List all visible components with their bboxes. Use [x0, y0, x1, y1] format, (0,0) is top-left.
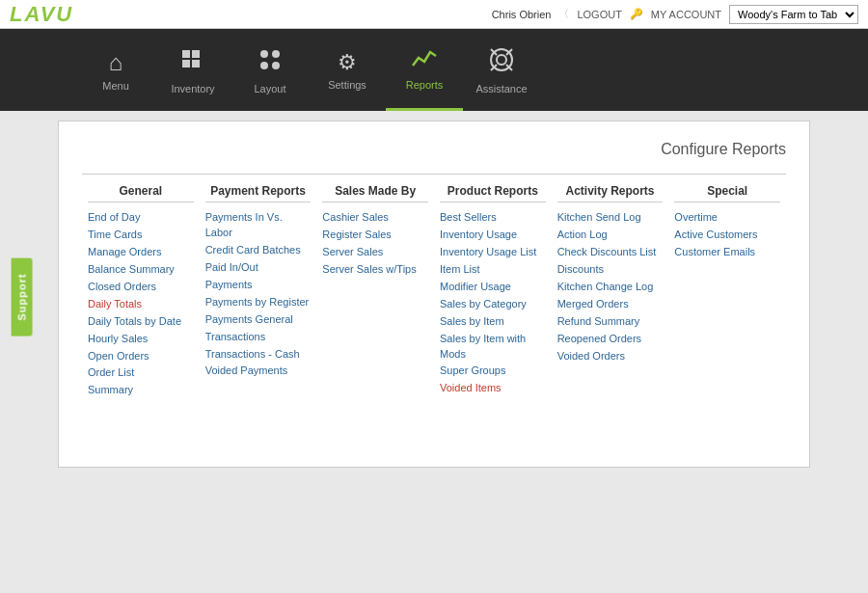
report-link[interactable]: Balance Summary: [88, 262, 194, 278]
report-link[interactable]: Payments General: [205, 312, 312, 328]
nav-item-assistance[interactable]: Assistance: [463, 29, 540, 111]
report-link[interactable]: Open Orders: [88, 349, 194, 364]
report-link[interactable]: Kitchen Send Log: [557, 210, 664, 226]
report-link[interactable]: Closed Orders: [88, 280, 194, 295]
report-link[interactable]: Credit Card Batches: [205, 243, 312, 258]
svg-point-4: [260, 50, 268, 58]
report-column-header: Sales Made By: [322, 184, 428, 202]
report-link[interactable]: Register Sales: [322, 228, 428, 243]
svg-point-5: [272, 50, 280, 58]
report-column-header: Activity Reports: [557, 184, 664, 202]
report-link[interactable]: Kitchen Change Log: [557, 280, 664, 295]
configure-title: Configure Reports: [82, 141, 786, 158]
logo-text: LAVU: [10, 2, 73, 27]
main-content: Configure Reports GeneralEnd of DayTime …: [58, 121, 810, 468]
report-column-special: SpecialOvertimeActive CustomersCustomer …: [668, 184, 786, 400]
nav-item-reports[interactable]: Reports: [386, 29, 463, 111]
nav-label-assistance: Assistance: [475, 83, 527, 94]
svg-point-9: [497, 55, 506, 65]
report-link[interactable]: Inventory Usage List: [440, 245, 546, 260]
settings-icon: ⚙: [338, 50, 357, 75]
report-column-sales-made-by: Sales Made ByCashier SalesRegister Sales…: [316, 184, 434, 400]
nav-item-layout[interactable]: Layout: [231, 29, 309, 111]
report-link[interactable]: Server Sales: [322, 245, 428, 260]
report-link[interactable]: Voided Orders: [557, 349, 664, 364]
report-link[interactable]: Discounts: [557, 262, 664, 278]
inventory-icon: [179, 46, 206, 79]
report-link[interactable]: Item List: [440, 262, 546, 278]
report-column-product-reports: Product ReportsBest SellersInventory Usa…: [434, 184, 552, 400]
report-link[interactable]: Payments by Register: [205, 295, 312, 310]
report-link[interactable]: Sales by Item with Mods: [440, 332, 546, 363]
svg-point-6: [260, 62, 268, 69]
report-link[interactable]: Paid In/Out: [205, 260, 312, 276]
logo: LAVU: [10, 2, 73, 27]
report-link[interactable]: Voided Items: [440, 381, 546, 396]
icon-key: 🔑: [630, 8, 643, 20]
support-tab[interactable]: Support: [12, 257, 33, 336]
report-link[interactable]: Cashier Sales: [322, 210, 428, 226]
report-column-general: GeneralEnd of DayTime CardsManage Orders…: [82, 184, 200, 400]
report-link[interactable]: Super Groups: [440, 364, 546, 379]
report-link[interactable]: Best Sellers: [440, 210, 546, 226]
top-bar: LAVU Chris Obrien 〈 LOGOUT 🔑 MY ACCOUNT …: [0, 0, 868, 29]
report-link[interactable]: Reopened Orders: [557, 332, 664, 347]
report-link[interactable]: Transactions: [205, 330, 312, 345]
nav-item-inventory[interactable]: Inventory: [154, 29, 231, 111]
report-link[interactable]: Daily Totals by Date: [88, 314, 194, 330]
report-link[interactable]: Modifier Usage: [440, 280, 546, 295]
svg-rect-0: [182, 50, 190, 58]
store-select[interactable]: Woody's Farm to Tab: [729, 5, 858, 24]
report-link[interactable]: Check Discounts List: [557, 245, 664, 260]
svg-point-7: [272, 62, 280, 69]
nav-label-inventory: Inventory: [171, 83, 214, 94]
reports-icon: [411, 46, 438, 75]
report-link[interactable]: Sales by Category: [440, 297, 546, 312]
nav-label-settings: Settings: [328, 79, 366, 91]
report-link[interactable]: Refund Summary: [557, 314, 664, 330]
report-link[interactable]: Payments In Vs. Labor: [205, 210, 312, 241]
nav-item-menu[interactable]: ⌂ Menu: [77, 29, 154, 111]
report-column-header: Special: [674, 184, 780, 202]
reports-grid: GeneralEnd of DayTime CardsManage Orders…: [82, 174, 786, 400]
report-link[interactable]: Transactions - Cash: [205, 347, 312, 363]
report-link[interactable]: Sales by Item: [440, 314, 546, 330]
assistance-icon: [488, 46, 515, 79]
nav-label-reports: Reports: [406, 79, 444, 91]
report-link[interactable]: Daily Totals: [88, 297, 194, 312]
report-link[interactable]: Voided Payments: [205, 364, 312, 379]
report-column-header: Payment Reports: [205, 184, 312, 202]
svg-rect-3: [192, 60, 200, 67]
svg-rect-2: [182, 60, 190, 67]
report-column-activity-reports: Activity ReportsKitchen Send LogAction L…: [552, 184, 669, 400]
layout-icon: [257, 46, 284, 79]
report-link[interactable]: Time Cards: [88, 228, 194, 243]
report-link[interactable]: Payments: [205, 278, 312, 293]
report-column-header: General: [88, 184, 194, 202]
report-link[interactable]: Action Log: [557, 228, 664, 243]
report-link[interactable]: Inventory Usage: [440, 228, 546, 243]
nav-bar: ⌂ Menu Inventory Layout ⚙ Sett: [0, 29, 868, 111]
nav-item-settings[interactable]: ⚙ Settings: [309, 29, 386, 111]
report-link[interactable]: Merged Orders: [557, 297, 664, 312]
nav-label-menu: Menu: [102, 80, 129, 92]
report-link[interactable]: Customer Emails: [674, 245, 780, 260]
report-link[interactable]: Overtime: [674, 210, 780, 226]
nav-label-layout: Layout: [254, 83, 285, 94]
report-link[interactable]: End of Day: [88, 210, 194, 226]
my-account-link[interactable]: MY ACCOUNT: [651, 9, 721, 20]
username: Chris Obrien: [492, 9, 552, 20]
report-link[interactable]: Summary: [88, 383, 194, 398]
report-column-payment-reports: Payment ReportsPayments In Vs. LaborCred…: [200, 184, 317, 400]
logout-link[interactable]: LOGOUT: [577, 9, 621, 20]
report-link[interactable]: Server Sales w/Tips: [322, 262, 428, 278]
report-link[interactable]: Active Customers: [674, 228, 780, 243]
svg-rect-1: [192, 50, 200, 58]
home-icon: ⌂: [109, 49, 123, 76]
report-link[interactable]: Hourly Sales: [88, 332, 194, 347]
support-label: Support: [16, 273, 28, 320]
report-link[interactable]: Manage Orders: [88, 245, 194, 260]
report-column-header: Product Reports: [440, 184, 546, 202]
separator1: 〈: [558, 7, 569, 21]
report-link[interactable]: Order List: [88, 365, 194, 381]
